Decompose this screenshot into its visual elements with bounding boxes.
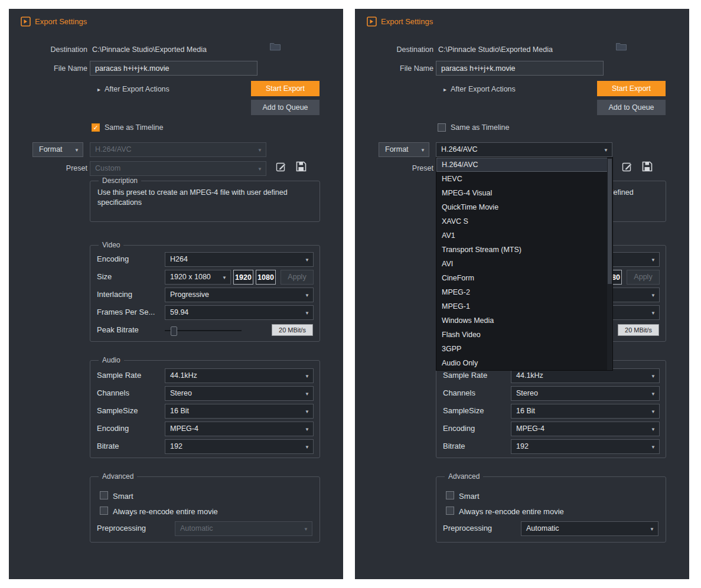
- audio-bitrate-value: 192: [170, 442, 182, 450]
- format-combo[interactable]: H.264/AVC ▼: [90, 142, 266, 157]
- format-option[interactable]: AV1: [436, 228, 612, 243]
- after-export-actions[interactable]: ▸After Export Actions: [97, 83, 169, 94]
- sample-rate-value: 44.1kHz: [170, 371, 197, 380]
- channels-combo[interactable]: Stereo ▼: [165, 386, 314, 401]
- dropdown-scrollbar-thumb[interactable]: [608, 159, 612, 284]
- smart-label: Smart: [459, 492, 480, 501]
- audio-bitrate-label: Bitrate: [443, 442, 465, 450]
- frames-combo[interactable]: 59.94 ▼: [165, 305, 314, 320]
- format-option[interactable]: Windows Media: [436, 313, 612, 328]
- chevron-down-icon: ▼: [257, 162, 262, 176]
- dropdown-scrollbar[interactable]: [607, 158, 612, 370]
- add-to-queue-button[interactable]: Add to Queue: [251, 100, 319, 115]
- reencode-label: Always re-encode entire movie: [113, 507, 218, 516]
- chevron-down-icon: ▼: [74, 143, 79, 158]
- dialog-header: Export Settings: [367, 17, 433, 27]
- audio-bitrate-combo[interactable]: 192 ▼: [165, 439, 314, 454]
- add-to-queue-button[interactable]: Add to Queue: [597, 100, 666, 115]
- samplesize-combo[interactable]: 16 Bit ▼: [165, 404, 314, 419]
- video-group: Video Encoding H264 ▼ Size 1920 x 1080 ▼…: [90, 245, 320, 342]
- format-option[interactable]: QuickTime Movie: [436, 200, 612, 214]
- smart-checkbox[interactable]: [446, 491, 454, 499]
- audio-group: Audio Sample Rate 44.1kHz ▼ Channels Ste…: [436, 360, 666, 458]
- samplesize-label: SampleSize: [443, 406, 484, 415]
- preprocessing-combo[interactable]: Automatic ▼: [175, 521, 312, 536]
- format-option[interactable]: Audio Only: [436, 356, 612, 370]
- save-preset-icon[interactable]: [642, 161, 653, 172]
- sample-rate-value: 44.1kHz: [516, 371, 543, 380]
- interlacing-combo[interactable]: Progressive ▼: [165, 288, 314, 302]
- format-label: Format: [39, 145, 63, 153]
- video-encoding-combo[interactable]: H264 ▼: [165, 252, 314, 267]
- file-name-input[interactable]: [436, 61, 604, 76]
- format-combo[interactable]: H.264/AVC ▼: [436, 142, 612, 157]
- same-as-timeline-label: Same as Timeline: [105, 123, 163, 132]
- chevron-down-icon: ▼: [651, 422, 656, 436]
- format-selector-chip[interactable]: Format ▼: [32, 142, 83, 157]
- channels-label: Channels: [97, 388, 129, 397]
- file-name-input[interactable]: [90, 61, 257, 76]
- destination-label: Destination: [14, 45, 87, 54]
- format-option[interactable]: Transport Stream (MTS): [436, 243, 612, 257]
- chevron-down-icon: ▼: [305, 369, 309, 383]
- start-export-button[interactable]: Start Export: [251, 81, 319, 96]
- samplesize-combo[interactable]: 16 Bit ▼: [511, 404, 660, 419]
- save-preset-icon[interactable]: [296, 161, 307, 172]
- audio-bitrate-combo[interactable]: 192 ▼: [511, 439, 660, 454]
- apply-button[interactable]: Apply: [627, 270, 660, 285]
- destination-path: C:\Pinnacle Studio\Exported Media: [438, 45, 553, 54]
- channels-combo[interactable]: Stereo ▼: [511, 386, 660, 401]
- same-as-timeline-label: Same as Timeline: [451, 123, 509, 132]
- chevron-down-icon: ▼: [305, 306, 309, 320]
- format-selector-chip[interactable]: Format ▼: [379, 142, 429, 157]
- channels-value: Stereo: [170, 389, 192, 397]
- bitrate-slider-handle[interactable]: [171, 326, 177, 336]
- format-option[interactable]: H.264/AVC: [436, 158, 612, 172]
- file-name-label: File Name: [14, 64, 87, 73]
- format-value: H.264/AVC: [441, 145, 478, 153]
- smart-checkbox[interactable]: [100, 491, 108, 499]
- export-settings-icon: [21, 17, 31, 27]
- reencode-checkbox[interactable]: [100, 507, 108, 515]
- size-preset-combo[interactable]: 1920 x 1080 ▼: [165, 270, 231, 285]
- channels-label: Channels: [443, 388, 475, 397]
- format-option[interactable]: 3GPP: [436, 342, 612, 356]
- same-as-timeline-checkbox[interactable]: [92, 123, 100, 132]
- format-option[interactable]: Flash Video: [436, 328, 612, 342]
- preset-label: Preset: [360, 164, 433, 172]
- apply-button[interactable]: Apply: [281, 270, 314, 285]
- reencode-checkbox[interactable]: [446, 507, 454, 515]
- size-height-input[interactable]: [256, 270, 276, 285]
- audio-encoding-combo[interactable]: MPEG-4 ▼: [511, 422, 660, 436]
- dialog-header: Export Settings: [21, 17, 87, 27]
- encoding-label: Encoding: [97, 254, 129, 263]
- folder-browse-icon[interactable]: [616, 43, 627, 51]
- preset-combo[interactable]: Custom ▼: [90, 161, 266, 176]
- chevron-down-icon: ▼: [304, 522, 308, 536]
- format-option[interactable]: MPEG-1: [436, 299, 612, 313]
- size-width-input[interactable]: [233, 270, 253, 285]
- edit-preset-icon[interactable]: [276, 161, 287, 172]
- chevron-down-icon: ▼: [651, 440, 656, 454]
- format-option[interactable]: MPEG-4 Visual: [436, 186, 612, 200]
- sample-rate-combo[interactable]: 44.1kHz ▼: [165, 368, 314, 383]
- format-option[interactable]: CineForm: [436, 271, 612, 285]
- folder-browse-icon[interactable]: [270, 43, 281, 51]
- bitrate-value: 20 MBit/s: [272, 324, 313, 336]
- chevron-down-icon: ▼: [651, 387, 656, 401]
- preprocessing-combo[interactable]: Automatic ▼: [521, 521, 658, 536]
- format-option[interactable]: XAVC S: [436, 214, 612, 228]
- audio-bitrate-value: 192: [516, 442, 529, 450]
- format-option[interactable]: AVI: [436, 257, 612, 271]
- format-option[interactable]: HEVC: [436, 172, 612, 186]
- export-settings-panel-right: Export Settings Destination C:\Pinnacle …: [355, 9, 689, 579]
- audio-encoding-combo[interactable]: MPEG-4 ▼: [165, 422, 314, 436]
- reencode-label: Always re-encode entire movie: [459, 507, 564, 516]
- start-export-button[interactable]: Start Export: [597, 81, 666, 96]
- format-option[interactable]: MPEG-2: [436, 285, 612, 299]
- samplesize-value: 16 Bit: [516, 407, 535, 415]
- after-export-actions[interactable]: ▸After Export Actions: [444, 83, 516, 94]
- edit-preset-icon[interactable]: [622, 161, 633, 172]
- same-as-timeline-checkbox[interactable]: [438, 123, 446, 132]
- expand-arrow-icon: ▸: [444, 86, 446, 93]
